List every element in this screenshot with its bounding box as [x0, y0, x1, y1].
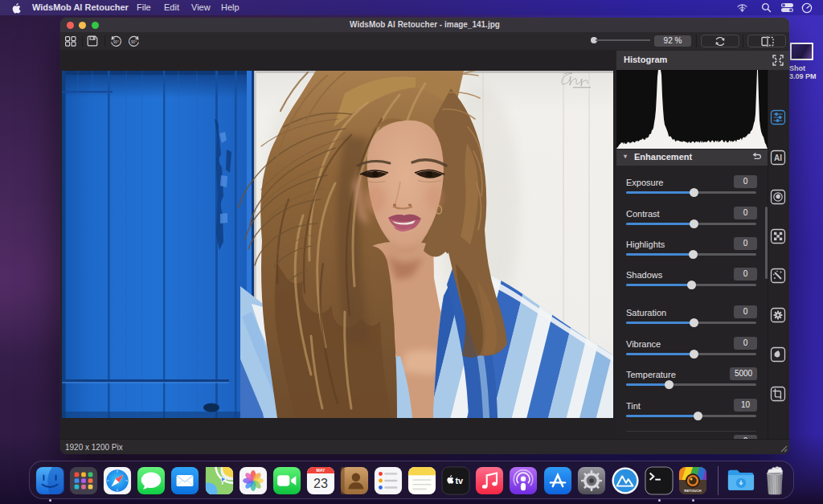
- svg-text:RETOUCH: RETOUCH: [684, 489, 701, 493]
- svg-text:MAY: MAY: [316, 468, 325, 473]
- svg-text:90°: 90°: [113, 40, 119, 44]
- svg-text:90°: 90°: [131, 40, 137, 44]
- svg-text:23: 23: [313, 476, 328, 490]
- svg-text:tv: tv: [456, 476, 464, 486]
- svg-text:AI: AI: [774, 154, 782, 162]
